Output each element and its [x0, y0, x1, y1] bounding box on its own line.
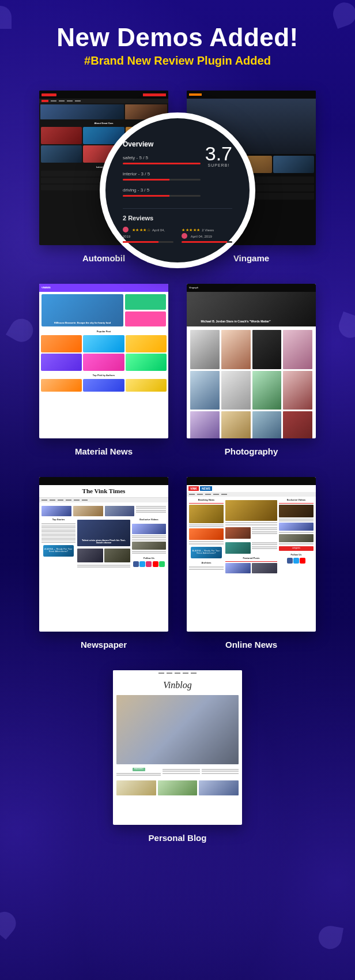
demo-label: Newspaper [39, 640, 168, 649]
section-heading: Exclusive Videos [132, 519, 166, 523]
vinews-logo: VINEWS [41, 287, 51, 290]
materialnews-hero-caption: Hillhouse Brasserie: Escape the city for… [43, 322, 122, 325]
demo-label: Personal Blog [113, 833, 242, 843]
newspaper-headline: Talent crisis gives Aaron Finch his Test… [79, 539, 129, 545]
automobil-logo [41, 93, 56, 96]
metric-safety: safety - 5 / 5 [123, 155, 201, 164]
vinknews-logo: VINKNEWS [187, 485, 316, 492]
demo-personal-blog[interactable]: Vinblog FEATURED Personal Blog [113, 670, 242, 843]
star-rating-icon: ★★★★☆ [132, 228, 151, 232]
section-heading: Follow Us [279, 553, 314, 558]
photography-hero-caption: Michael B. Jordan Stars in Coach's "Word… [190, 320, 281, 323]
review-plugin-overview: Overview safety - 5 / 5 interior - 3 / 5… [100, 112, 255, 268]
star-rating-icon: ★★★★★ [182, 228, 201, 232]
demo-photography[interactable]: Vingraph Michael B. Jordan Stars in Coac… [187, 284, 316, 456]
alaska-promo: ALASKA — Ready For Your Great Adventures… [191, 547, 222, 558]
vinblog-logo: Vinblog [113, 676, 242, 694]
avatar-icon [182, 233, 187, 239]
hero-header: New Demos Added! #Brand New Review Plugi… [0, 0, 355, 67]
vingraph-logo: Vingraph [189, 287, 198, 290]
demo-label: Online News [187, 640, 316, 649]
overview-score: 3.7 SUPERB! [205, 140, 232, 167]
demo-photography-thumb: Vingraph Michael B. Jordan Stars in Coac… [187, 284, 316, 438]
demo-materialnews-thumb: VINEWS Hillhouse Brasserie: Escape the c… [39, 284, 168, 438]
section-heading: Top Stories [41, 519, 75, 523]
demo-personal-thumb: Vinblog FEATURED [113, 670, 242, 825]
section-heading: Top Pick by Authors [39, 373, 168, 377]
section-heading: Exclusive Videos [279, 499, 314, 504]
demo-label: Material News [39, 446, 168, 456]
reviews-title: 2 Reviews [123, 215, 232, 221]
personal-hero-photo [116, 695, 239, 764]
hero-title: New Demos Added! [0, 23, 355, 52]
demo-newspaper-thumb: The Vink Times Top Stories ALASKA — Read… [39, 477, 168, 632]
section-heading: Featured Posts [225, 555, 277, 562]
demo-newspaper[interactable]: The Vink Times Top Stories ALASKA — Read… [39, 477, 168, 649]
vingame-logo [189, 93, 202, 96]
overview-title: Overview [123, 140, 201, 148]
newspaper-masthead: The Vink Times [39, 485, 168, 498]
section-heading: Breaking News [189, 499, 224, 504]
demo-material-news[interactable]: VINEWS Hillhouse Brasserie: Escape the c… [39, 284, 168, 456]
review-item: ★★★★★ 2 Views April 04, 2019 [182, 226, 232, 243]
section-heading: Follow Us [132, 555, 166, 561]
flower-decoration [0, 917, 35, 968]
demo-label: Photography [187, 446, 316, 456]
flower-decoration [320, 905, 355, 957]
section-heading: Archives [189, 561, 224, 566]
metric-interior: interior - 3 / 5 [123, 171, 201, 181]
section-heading: Popular Post [39, 329, 168, 333]
review-item: ★★★★☆ April 04, 2019 [123, 226, 173, 243]
demo-online-news[interactable]: VINKNEWS Breaking News ALASKA — Ready Fo… [187, 477, 316, 649]
alaska-promo: ALASKA — Ready For Your Great Adventures… [43, 545, 74, 557]
demo-onlinenews-thumb: VINKNEWS Breaking News ALASKA — Ready Fo… [187, 477, 316, 632]
hero-subtitle: #Brand New Review Plugin Added [0, 54, 355, 67]
avatar-icon [123, 227, 129, 232]
metric-driving: driving - 3 / 5 [123, 187, 201, 197]
